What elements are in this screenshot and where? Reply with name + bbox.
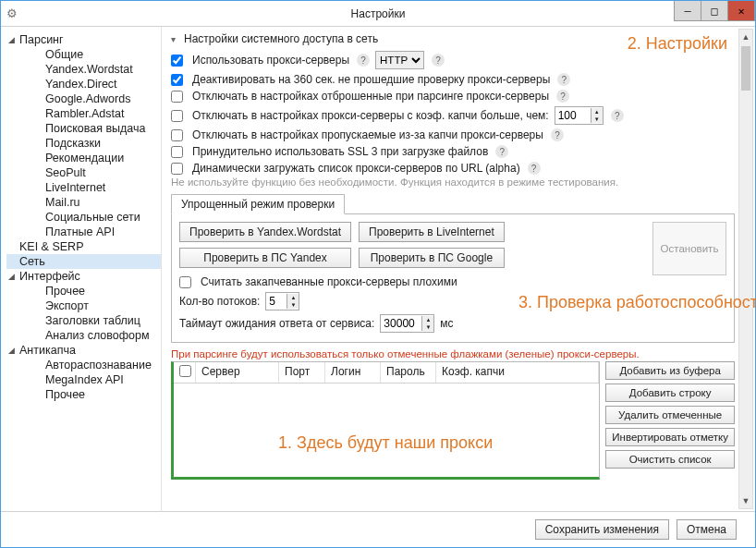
help-icon[interactable]: ? [357,54,370,67]
col-server[interactable]: Сервер [196,362,279,383]
clear-list-button[interactable]: Очистить список [605,450,735,469]
sidebar-item[interactable]: Прочее [32,387,161,402]
sidebar-item[interactable]: ◢Интерфейс [6,269,161,284]
check-tab-strip: Упрощенный режим проверки [171,193,735,214]
scroll-thumb[interactable] [741,46,750,91]
sidebar-item-label: Общие [45,48,83,61]
col-port[interactable]: Порт [279,362,325,383]
sidebar-item[interactable]: Экспорт [32,298,161,313]
help-icon[interactable]: ? [557,73,570,86]
check-yandex-search-button[interactable]: Проверить в ПС Yandex [179,248,351,268]
captcha-coef-stepper[interactable]: ▲▼ [555,106,604,125]
timeout-input[interactable] [381,315,421,332]
check-liveinternet-button[interactable]: Проверить в LiveInternet [359,222,505,242]
sidebar-item-label: KEI & SERP [19,240,83,253]
gear-icon[interactable]: ⚙ [1,6,23,20]
help-icon[interactable]: ? [528,162,541,175]
sidebar-item-label: Сеть [19,255,45,268]
threads-input[interactable] [266,293,287,310]
section-title: Настройки системного доступа в сеть [184,32,378,45]
sidebar-item[interactable]: SeoPult [32,165,161,180]
tab-simple-check[interactable]: Упрощенный режим проверки [171,194,345,214]
chevron-down-icon: ▾ [171,34,184,44]
sidebar-item[interactable]: Поисковая выдача [32,121,161,136]
help-icon[interactable]: ? [556,90,569,103]
invert-selection-button[interactable]: Инвертировать отметку [605,428,735,446]
stop-button[interactable]: Остановить [652,222,726,275]
threads-stepper[interactable]: ▲▼ [265,292,299,311]
sidebar-item[interactable]: Google.Adwords [32,91,161,106]
delete-selected-button[interactable]: Удалить отмеченные [605,406,735,424]
sidebar-item[interactable]: KEI & SERP [6,239,161,254]
sidebar-item[interactable]: Заголовки таблиц [32,313,161,328]
sidebar-item-label: Прочее [45,388,85,401]
help-icon[interactable]: ? [551,128,564,141]
sidebar-item-label: MegaIndex API [45,373,124,386]
caret-down-icon: ◢ [8,346,19,355]
disable-captcha-gt-checkbox[interactable] [171,110,183,122]
sidebar-item-label: Социальные сети [45,211,140,224]
disable-skipped-captcha-checkbox[interactable] [171,129,183,141]
col-pass[interactable]: Пароль [381,362,436,383]
sidebar-item[interactable]: Сеть [6,254,161,269]
sidebar-item[interactable]: Прочее [32,284,161,298]
add-row-button[interactable]: Добавить строку [605,384,735,402]
proxy-table[interactable]: Сервер Порт Логин Пароль Коэф. капчи [171,361,600,480]
alpha-note: Не используйте функцию без необходимости… [171,177,735,188]
sidebar-item[interactable]: Общие [32,47,161,62]
sidebar-item[interactable]: LiveInternet [32,180,161,195]
use-proxy-label: Использовать прокси-серверы [192,54,349,67]
sidebar-item[interactable]: Социальные сети [32,210,161,225]
proxy-usage-warning: При парсинге будут использоваться только… [171,348,735,359]
force-ssl3-label: Принудительно использовать SSL 3 при заг… [192,145,488,158]
captcha-coef-input[interactable] [555,107,591,124]
caret-down-icon: ◢ [8,272,19,281]
sidebar-item-label: Интерфейс [19,270,80,283]
sidebar-item[interactable]: Rambler.Adstat [32,106,161,121]
disable-rejected-checkbox[interactable] [171,91,183,103]
add-from-buffer-button[interactable]: Добавить из буфера [605,361,735,380]
section-header[interactable]: ▾ Настройки системного доступа в сеть [171,30,735,49]
maximize-button[interactable]: □ [701,1,728,21]
help-icon[interactable]: ? [432,54,445,67]
sidebar-item[interactable]: Yandex.Direct [32,77,161,91]
col-coef[interactable]: Коэф. капчи [436,362,599,383]
check-yandex-wordstat-button[interactable]: Проверить в Yandex.Wordstat [179,222,351,242]
sidebar-item[interactable]: Подсказки [32,136,161,151]
sidebar-item[interactable]: Mail.ru [32,195,161,210]
sidebar-item-label: Парсинг [19,33,64,46]
sidebar-item[interactable]: Автораспознавание [32,358,161,372]
scroll-down-icon[interactable]: ▼ [739,493,752,508]
sidebar-item[interactable]: ◢Парсинг [6,32,161,47]
cancel-button[interactable]: Отмена [677,519,737,540]
check-google-search-button[interactable]: Проверить в ПС Google [359,248,505,268]
select-all-checkbox[interactable] [179,365,191,377]
count-captcha-bad-checkbox[interactable] [179,276,191,288]
dyn-url-checkbox[interactable] [171,163,183,175]
sidebar-item[interactable]: MegaIndex API [32,372,161,387]
proxy-type-select[interactable]: HTTP [375,51,424,69]
sidebar-item-label: Заголовки таблиц [45,314,140,327]
sidebar-item[interactable]: ◢Антикапча [6,343,161,358]
caret-down-icon: ◢ [8,35,19,44]
window-title: Настройки [1,7,755,20]
close-button[interactable]: ✕ [727,1,755,21]
sidebar-item-label: Платные API [45,225,115,238]
sidebar-item[interactable]: Yandex.Wordstat [32,62,161,77]
use-proxy-checkbox[interactable] [171,55,183,67]
save-button[interactable]: Сохранить изменения [535,519,669,540]
col-login[interactable]: Логин [325,362,381,383]
scroll-up-icon[interactable]: ▲ [739,30,752,44]
scrollbar[interactable]: ▲ ▼ [738,29,753,509]
timeout-stepper[interactable]: ▲▼ [380,314,434,333]
sidebar-item[interactable]: Платные API [32,225,161,239]
deact-360-checkbox[interactable] [171,74,183,86]
force-ssl3-checkbox[interactable] [171,146,183,158]
sidebar-item[interactable]: Анализ словоформ [32,328,161,343]
sidebar-item-label: Google.Adwords [45,92,130,105]
help-icon[interactable]: ? [495,145,508,158]
help-icon[interactable]: ? [611,109,624,122]
minimize-button[interactable]: — [674,1,701,21]
sidebar-item[interactable]: Рекомендации [32,151,161,165]
count-captcha-bad-label: Считать закапчеванные прокси-серверы пло… [201,275,457,288]
